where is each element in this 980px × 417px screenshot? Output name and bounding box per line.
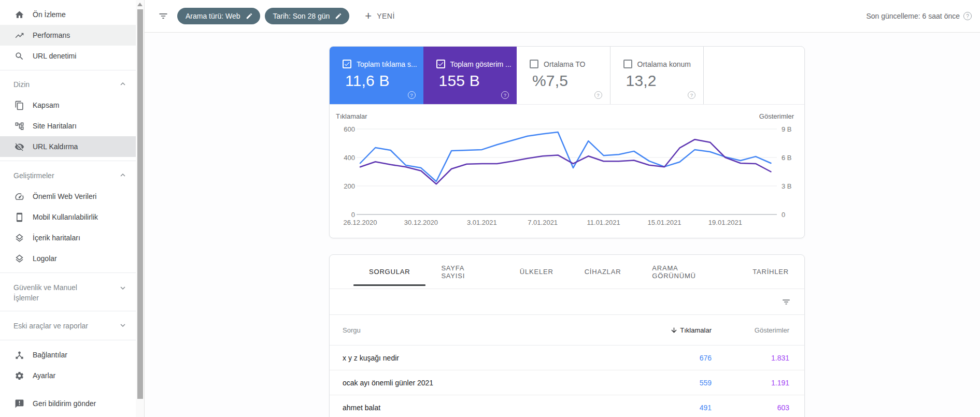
table-row[interactable]: x y z kuşağı nedir 676 1.831 xyxy=(330,346,804,370)
sidebar-section-security-manual-actions[interactable]: Güvenlik ve Manuel İşlemler xyxy=(0,277,136,307)
sidebar-section-enhancements[interactable]: Geliştirmeler xyxy=(0,165,136,186)
checked-checkbox-icon[interactable] xyxy=(343,60,351,68)
help-icon[interactable]: ? xyxy=(963,12,972,20)
tab-devices[interactable]: CİHAZLAR xyxy=(569,255,637,289)
svg-text:400: 400 xyxy=(344,154,355,162)
sidebar-item-label: Mobil Kullanılabilirlik xyxy=(33,213,98,221)
smartphone-icon xyxy=(14,212,24,222)
sidebar-item-sitemaps[interactable]: Site Haritaları xyxy=(0,116,136,136)
sidebar-item-core-web-vitals[interactable]: Önemli Web Verileri xyxy=(0,186,136,207)
metric-value: 11,6 B xyxy=(345,72,423,90)
unchecked-checkbox-icon[interactable] xyxy=(623,60,632,68)
column-header-clicks-sorted[interactable]: Tıklamalar xyxy=(670,326,712,334)
filter-icon[interactable] xyxy=(782,297,791,307)
sidebar-item-label: Ayarlar xyxy=(33,371,55,380)
clicks-cell: 676 xyxy=(700,354,712,362)
sidebar-item-url-inspection[interactable]: URL denetimi xyxy=(0,46,136,66)
table-row[interactable]: ocak ayı önemli günler 2021 559 1.191 xyxy=(330,370,804,395)
tab-countries[interactable]: ÜLKELER xyxy=(504,255,569,289)
sidebar-item-label: Bağlantılar xyxy=(33,351,67,359)
unchecked-checkbox-icon[interactable] xyxy=(530,60,538,68)
scrollbar-thumb[interactable] xyxy=(137,9,143,399)
metric-value: 13,2 xyxy=(626,72,704,90)
links-icon xyxy=(14,350,24,360)
sidebar-divider xyxy=(0,70,136,70)
sidebar-section-index[interactable]: Dizin xyxy=(0,74,136,95)
search-type-filter-chip[interactable]: Arama türü: Web xyxy=(177,8,260,24)
help-icon[interactable]: ? xyxy=(408,91,416,99)
sidebar-item-overview[interactable]: Ön İzleme xyxy=(0,4,136,25)
query-cell: ahmet balat xyxy=(343,404,629,412)
plus-icon: + xyxy=(365,10,372,22)
gear-icon xyxy=(14,370,24,381)
column-header-impressions[interactable]: Gösterimler xyxy=(755,326,789,334)
sidebar-item-removals[interactable]: URL Kaldırma xyxy=(0,136,136,157)
table-header-row: Sorgu Tıklamalar Gösterimler xyxy=(330,315,804,346)
sidebar-item-logos[interactable]: Logolar xyxy=(0,248,136,269)
checked-checkbox-icon[interactable] xyxy=(436,60,445,68)
sidebar-item-mobile-usability[interactable]: Mobil Kullanılabilirlik xyxy=(0,207,136,227)
average-ctr-card[interactable]: Ortalama TO %7,5 ? xyxy=(517,47,610,104)
tab-dates[interactable]: TARİHLER xyxy=(737,255,804,289)
sidebar-item-content-maps[interactable]: İçerik haritaları xyxy=(0,227,136,248)
sidebar: Ön İzleme Performans URL denetimi Dizin … xyxy=(0,0,136,417)
help-icon[interactable]: ? xyxy=(501,91,509,99)
help-icon[interactable]: ? xyxy=(688,91,695,99)
total-clicks-card[interactable]: Toplam tıklama s... 11,6 B ? xyxy=(330,47,423,104)
search-console-page: Ön İzleme Performans URL denetimi Dizin … xyxy=(0,0,980,417)
sidebar-item-label: Geri bildirim gönder xyxy=(33,399,96,408)
dimension-tabs: SORGULAR SAYFA SAYISI ÜLKELER CİHAZLAR A… xyxy=(330,255,804,289)
pencil-icon[interactable] xyxy=(335,12,342,20)
metric-value: %7,5 xyxy=(532,72,610,90)
sidebar-section-legacy-tools[interactable]: Eski araçlar ve raporlar xyxy=(0,315,136,336)
chip-label: Tarih: Son 28 gün xyxy=(273,12,330,20)
filter-icon[interactable] xyxy=(158,11,168,21)
help-icon[interactable]: ? xyxy=(594,91,602,99)
svg-text:9 B: 9 B xyxy=(782,125,792,133)
sidebar-divider xyxy=(0,340,136,340)
tab-search-appearance[interactable]: ARAMA GÖRÜNÜMÜ xyxy=(636,255,737,289)
tab-pages[interactable]: SAYFA SAYISI xyxy=(425,255,504,289)
sidebar-item-send-feedback[interactable]: Geri bildirim gönder xyxy=(0,393,136,414)
column-header-query[interactable]: Sorgu xyxy=(343,326,629,334)
date-filter-chip[interactable]: Tarih: Son 28 gün xyxy=(265,8,350,24)
pencil-icon[interactable] xyxy=(246,12,253,20)
metric-cards-row: Toplam tıklama s... 11,6 B ? Toplam göst… xyxy=(330,47,804,105)
sidebar-item-coverage[interactable]: Kapsam xyxy=(0,95,136,116)
pages-icon xyxy=(14,100,24,110)
tab-queries[interactable]: SORGULAR xyxy=(353,255,425,289)
search-icon xyxy=(14,51,24,61)
sidebar-item-label: URL Kaldırma xyxy=(33,142,78,151)
sidebar-item-label: Önemli Web Verileri xyxy=(33,192,96,200)
speedometer-icon xyxy=(14,191,24,202)
scroll-up-arrow[interactable] xyxy=(137,3,143,6)
table-filter-row xyxy=(330,289,804,315)
svg-text:11.01.2021: 11.01.2021 xyxy=(587,219,620,226)
feedback-icon xyxy=(14,398,24,409)
chip-label: Arama türü: Web xyxy=(186,12,240,20)
sidebar-item-label: Ön İzleme xyxy=(33,10,66,19)
svg-text:600: 600 xyxy=(344,125,355,133)
sidebar-item-performance[interactable]: Performans xyxy=(0,25,136,46)
chevron-up-icon xyxy=(118,170,127,181)
svg-text:3.01.2021: 3.01.2021 xyxy=(467,219,497,226)
performance-chart-panel: Toplam tıklama s... 11,6 B ? Toplam göst… xyxy=(329,46,805,238)
total-impressions-card[interactable]: Toplam gösterim ... 155 B ? xyxy=(423,47,517,104)
last-update-text: Son güncelleme: 6 saat önce xyxy=(866,12,960,20)
table-row[interactable]: ahmet balat 491 603 xyxy=(330,395,804,417)
svg-text:3 B: 3 B xyxy=(782,182,792,190)
svg-text:0: 0 xyxy=(351,211,355,219)
new-filter-button[interactable]: + YENİ xyxy=(365,10,395,22)
query-cell: ocak ayı önemli günler 2021 xyxy=(343,379,629,387)
average-position-card[interactable]: Ortalama konum 13,2 ? xyxy=(610,47,704,104)
sidebar-item-links[interactable]: Bağlantılar xyxy=(0,344,136,365)
sidebar-item-label: Logolar xyxy=(33,254,57,263)
performance-chart-svg: 002003 B4006 B6009 BTıklamalarGösterimle… xyxy=(330,105,804,238)
sidebar-divider xyxy=(0,311,136,311)
svg-text:7.01.2021: 7.01.2021 xyxy=(528,219,558,226)
sidebar-item-settings[interactable]: Ayarlar xyxy=(0,365,136,386)
clicks-cell: 559 xyxy=(700,379,712,387)
chevron-down-icon xyxy=(118,321,127,332)
svg-text:200: 200 xyxy=(344,182,355,190)
svg-text:26.12.2020: 26.12.2020 xyxy=(343,219,377,226)
